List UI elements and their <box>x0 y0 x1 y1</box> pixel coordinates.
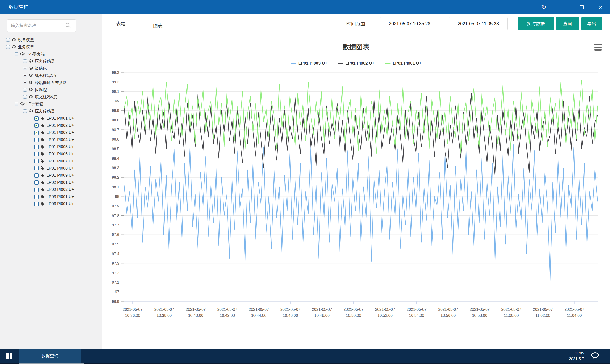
node-checkbox-checked[interactable]: ✔ <box>34 116 39 120</box>
show-desktop-button[interactable] <box>608 349 610 363</box>
start-button[interactable] <box>0 349 19 363</box>
collapse-toggle-icon[interactable]: − <box>15 102 18 106</box>
expand-toggle-icon[interactable]: + <box>23 88 27 91</box>
tree-node[interactable]: +填充柱2温度 <box>0 93 102 101</box>
node-checkbox[interactable] <box>34 145 39 149</box>
tree-node[interactable]: ✔LP01 PI002 U+ <box>0 122 102 129</box>
tag-icon <box>40 166 45 170</box>
tree-node[interactable]: +填充柱1温度 <box>0 72 102 79</box>
expand-toggle-icon[interactable]: + <box>23 95 27 99</box>
tree-node[interactable]: LP03 PI001 U+ <box>0 193 102 200</box>
end-time-input[interactable] <box>449 17 508 30</box>
svg-text:98.5: 98.5 <box>112 147 119 151</box>
tree-node[interactable]: −压力传感器 <box>0 108 102 115</box>
query-button[interactable]: 查询 <box>556 17 579 30</box>
layers-icon <box>28 66 33 71</box>
tree-node[interactable]: LP01 PI007 U+ <box>0 157 102 165</box>
svg-text:97.5: 97.5 <box>112 242 119 246</box>
realtime-data-button[interactable]: 实时数据 <box>518 17 554 30</box>
tree-node[interactable]: LP02 PI001 U+ <box>0 179 102 186</box>
tree-node[interactable]: LP02 PI002 U+ <box>0 186 102 193</box>
tree-node[interactable]: −业务模型 <box>0 43 102 51</box>
collapse-toggle-icon[interactable]: − <box>23 109 27 113</box>
expand-toggle-icon[interactable]: + <box>6 38 10 42</box>
maximize-button[interactable] <box>572 0 591 14</box>
layers-icon <box>12 38 16 42</box>
tab-chart[interactable]: 图表 <box>139 17 177 34</box>
collapse-toggle-icon[interactable]: − <box>6 45 10 49</box>
svg-text:97.4: 97.4 <box>112 252 119 256</box>
node-checkbox[interactable] <box>34 138 39 142</box>
node-checkbox-checked[interactable]: ✔ <box>34 123 39 128</box>
svg-text:96.9: 96.9 <box>112 299 119 304</box>
node-checkbox[interactable] <box>34 181 39 185</box>
notification-button[interactable] <box>591 352 599 360</box>
svg-text:97.1: 97.1 <box>112 280 119 285</box>
clock-date: 2021-5-7 <box>569 356 584 362</box>
svg-text:2021-05-0711:02:00: 2021-05-0711:02:00 <box>533 307 553 318</box>
svg-text:99.2: 99.2 <box>112 80 119 84</box>
svg-text:2021-05-0710:38:00: 2021-05-0710:38:00 <box>154 307 174 318</box>
series-lines <box>124 80 597 282</box>
model-tree: +设备模型−业务模型−ISS手套箱+压力传感器+汲储床+填充柱1温度+冷热循环系… <box>0 36 102 208</box>
expand-toggle-icon[interactable]: + <box>23 81 27 84</box>
expand-toggle-icon[interactable]: + <box>23 67 27 70</box>
tree-node[interactable]: +设备模型 <box>0 36 102 43</box>
svg-text:98.4: 98.4 <box>112 156 119 161</box>
tree-node[interactable]: +恒温腔 <box>0 86 102 93</box>
expand-toggle-icon[interactable]: + <box>23 74 27 77</box>
tree-node[interactable]: ✔LP01 PI001 U+ <box>0 115 102 122</box>
svg-text:2021-05-0710:58:00: 2021-05-0710:58:00 <box>470 307 490 318</box>
collapse-toggle-icon[interactable]: − <box>15 52 18 56</box>
node-checkbox[interactable] <box>34 152 39 156</box>
node-checkbox-checked[interactable]: ✔ <box>34 130 39 135</box>
tree-node-label: LP02 PI001 U+ <box>47 180 74 185</box>
tree-node[interactable]: +汲储床 <box>0 65 102 72</box>
node-checkbox[interactable] <box>34 195 39 199</box>
expand-toggle-icon[interactable]: + <box>23 59 27 63</box>
sidebar: +设备模型−业务模型−ISS手套箱+压力传感器+汲储床+填充柱1温度+冷热循环系… <box>0 14 102 349</box>
tree-node[interactable]: +冷热循环系统参数 <box>0 79 102 86</box>
tag-icon <box>40 138 45 142</box>
node-checkbox[interactable] <box>34 166 39 170</box>
minimize-button[interactable] <box>553 0 572 14</box>
tree-node[interactable]: +压力传感器 <box>0 58 102 65</box>
svg-text:97.7: 97.7 <box>112 223 119 227</box>
svg-text:97.9: 97.9 <box>112 204 119 208</box>
tree-node[interactable]: LP01 PI008 U+ <box>0 165 102 172</box>
tree-node[interactable]: LP01 PI004 U+ <box>0 136 102 143</box>
tree-node-label: LP01 PI001 U+ <box>47 116 74 121</box>
svg-text:98.2: 98.2 <box>112 175 119 180</box>
tag-icon <box>40 202 45 206</box>
search-icon[interactable] <box>65 23 71 28</box>
series-line-LP01-PI003-U+ <box>124 144 597 282</box>
tab-table[interactable]: 表格 <box>103 14 138 33</box>
taskbar-task-data-query[interactable]: 数据查询 <box>19 349 81 363</box>
export-button[interactable]: 导出 <box>582 17 602 30</box>
taskbar: 数据查询 11:05 2021-5-7 <box>0 349 610 363</box>
refresh-button[interactable]: ↻ <box>534 0 553 14</box>
screen-bottom-strip <box>0 363 610 364</box>
taskbar-clock[interactable]: 11:05 2021-5-7 <box>569 351 584 362</box>
svg-text:2021-05-0710:56:00: 2021-05-0710:56:00 <box>438 307 458 318</box>
start-time-input[interactable] <box>380 17 439 30</box>
node-checkbox[interactable] <box>34 188 39 192</box>
tree-node[interactable]: −ISS手套箱 <box>0 51 102 58</box>
svg-text:99.1: 99.1 <box>112 90 119 94</box>
tree-node[interactable]: LP01 PI006 U+ <box>0 150 102 157</box>
node-checkbox[interactable] <box>34 173 39 178</box>
svg-text:2021-05-0710:48:00: 2021-05-0710:48:00 <box>312 307 332 318</box>
tree-node[interactable]: LP01 PI005 U+ <box>0 143 102 150</box>
svg-text:98.6: 98.6 <box>112 137 119 142</box>
tree-node[interactable]: ✔LP01 PI003 U+ <box>0 129 102 136</box>
svg-text:2021-05-0710:40:00: 2021-05-0710:40:00 <box>186 307 206 318</box>
node-checkbox[interactable] <box>34 202 39 206</box>
tree-node[interactable]: −LP手套箱 <box>0 101 102 108</box>
windows-icon <box>6 353 12 359</box>
tree-node[interactable]: LP06 PI001 U+ <box>0 200 102 208</box>
svg-text:98.9: 98.9 <box>112 108 119 113</box>
close-button[interactable]: × <box>591 0 610 14</box>
x-axis-labels: 2021-05-0710:36:002021-05-0710:38:002021… <box>123 307 584 318</box>
tree-node[interactable]: LP01 PI009 U+ <box>0 172 102 179</box>
node-checkbox[interactable] <box>34 159 39 163</box>
